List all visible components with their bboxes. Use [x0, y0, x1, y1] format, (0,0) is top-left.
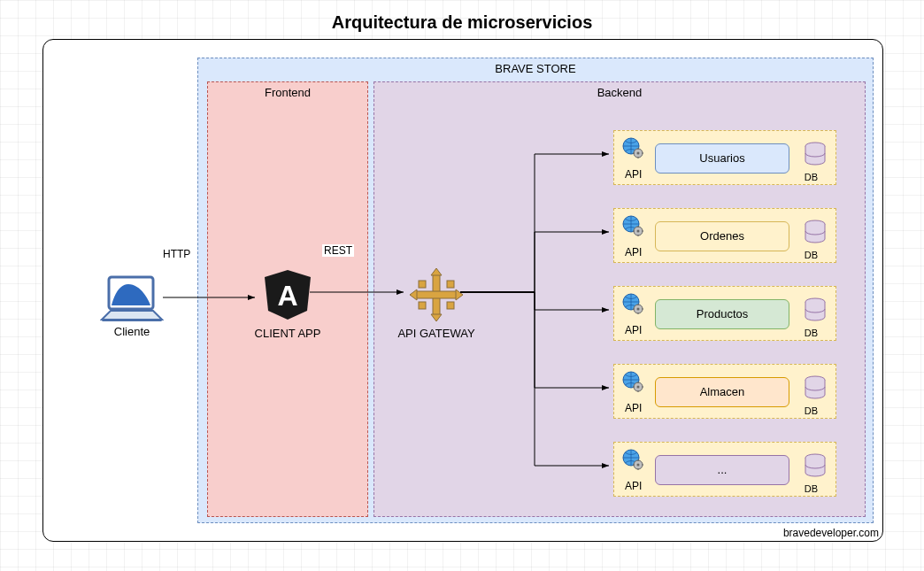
database-icon: [804, 220, 827, 247]
svg-marker-9: [410, 289, 417, 300]
watermark: bravedeveloper.com: [783, 527, 879, 539]
angular-icon: A: [263, 268, 312, 324]
db-label: DB: [805, 172, 818, 182]
outer-container: Cliente BRAVE STORE Frontend A CLIENT AP…: [42, 39, 883, 542]
database-icon: [804, 453, 827, 481]
svg-rect-11: [419, 281, 426, 288]
service-chip: Productos: [655, 299, 789, 329]
svg-point-37: [637, 308, 640, 311]
database-icon: [804, 375, 827, 403]
svg-point-29: [637, 230, 640, 233]
globe-gear-icon: [621, 214, 644, 240]
service-chip: Usuarios: [655, 143, 789, 174]
svg-marker-8: [431, 314, 442, 321]
api-label: API: [625, 480, 642, 492]
api-label: API: [625, 168, 642, 181]
svg-marker-7: [431, 268, 442, 275]
frontend-label: Frontend: [208, 86, 367, 99]
api-gateway-label: API GATEWAY: [383, 327, 489, 340]
svg-point-45: [637, 386, 640, 389]
svg-rect-12: [447, 281, 454, 288]
frontend-container: Frontend A CLIENT APP: [207, 81, 368, 517]
service-chip: Ordenes: [655, 221, 789, 251]
service-card: APIOrdenesDB: [613, 208, 836, 263]
globe-gear-icon: [621, 448, 644, 474]
svg-point-53: [637, 464, 640, 467]
svg-rect-14: [447, 302, 454, 309]
backend-label: Backend: [374, 86, 865, 99]
service-card: APIUsuariosDB: [613, 130, 836, 185]
edge-http-label: HTTP: [161, 248, 192, 260]
api-label: API: [625, 402, 642, 414]
service-chip: Almacen: [655, 377, 789, 407]
db-label: DB: [805, 328, 818, 338]
database-icon: [804, 297, 827, 325]
service-card: API...DB: [613, 442, 836, 497]
svg-rect-2: [102, 319, 162, 321]
api-gateway-icon: [410, 268, 463, 324]
db-label: DB: [805, 483, 818, 494]
brave-store-label: BRAVE STORE: [198, 62, 873, 75]
globe-gear-icon: [621, 136, 644, 162]
client-app-label: CLIENT APP: [243, 327, 332, 340]
service-chip: ...: [655, 455, 789, 485]
globe-gear-icon: [621, 370, 644, 396]
diagram-canvas: Arquitectura de microservicios Cliente B…: [0, 0, 924, 571]
svg-marker-10: [456, 289, 463, 300]
laptop-icon: [100, 275, 164, 326]
edge-rest-label: REST: [322, 244, 354, 257]
diagram-title: Arquitectura de microservicios: [0, 12, 924, 33]
service-card: APIAlmacenDB: [613, 364, 836, 419]
client-label: Cliente: [96, 325, 167, 338]
db-label: DB: [805, 250, 818, 260]
globe-gear-icon: [621, 292, 644, 318]
backend-container: Backend: [373, 81, 866, 517]
svg-text:A: A: [277, 280, 297, 312]
api-label: API: [625, 324, 642, 336]
database-icon: [804, 142, 827, 169]
svg-marker-1: [102, 311, 162, 320]
svg-rect-6: [415, 291, 458, 298]
api-label: API: [625, 246, 642, 258]
service-card: APIProductosDB: [613, 286, 836, 341]
db-label: DB: [805, 405, 818, 416]
svg-point-21: [637, 152, 640, 155]
brave-store-container: BRAVE STORE Frontend A CLIENT APP Backen…: [197, 58, 874, 523]
svg-rect-13: [419, 302, 426, 309]
